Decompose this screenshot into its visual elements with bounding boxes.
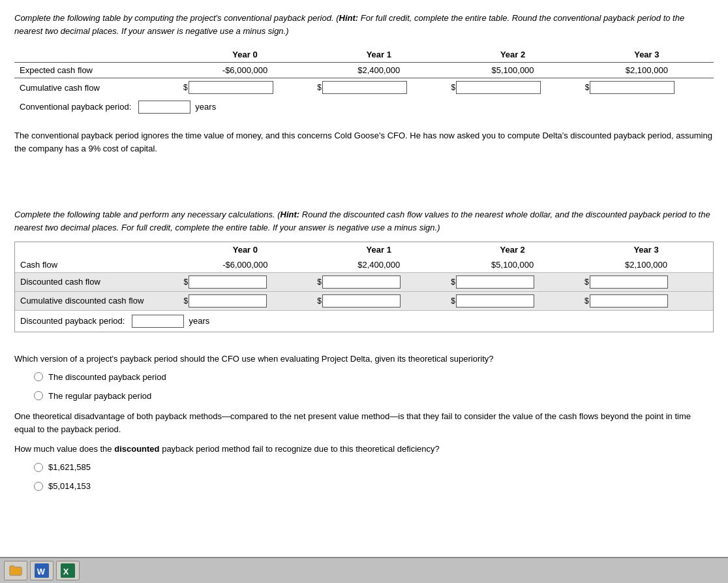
ecf-year2: $5,100,000 bbox=[446, 63, 579, 78]
mid-instruction: The conventional payback period ignores … bbox=[14, 129, 714, 155]
table-row: Discounted payback period: years bbox=[15, 310, 713, 332]
ecf-year3: $2,100,000 bbox=[580, 63, 714, 78]
ccf-input-year0[interactable]: $ bbox=[178, 78, 312, 97]
word-button[interactable]: W bbox=[30, 561, 53, 580]
table1-header-year1: Year 1 bbox=[312, 47, 446, 63]
table-row: Cumulative cash flow $ $ $ $ bbox=[14, 78, 714, 97]
ccf-field-year3[interactable] bbox=[590, 81, 675, 94]
folder-icon bbox=[8, 563, 23, 578]
ccf-field-year0[interactable] bbox=[189, 81, 273, 94]
radio-option-5014153[interactable]: $5,014,153 bbox=[34, 481, 714, 491]
table2-section: Year 0 Year 1 Year 2 Year 3 Cash flow -$… bbox=[14, 242, 714, 332]
dcf-input-year1[interactable]: $ bbox=[312, 272, 446, 291]
cdcf-input-year2[interactable]: $ bbox=[446, 291, 579, 310]
radio-1621585[interactable] bbox=[34, 463, 43, 472]
payback-years-label: years bbox=[195, 102, 216, 112]
cf-year3: $2,100,000 bbox=[579, 257, 713, 273]
cf-year1: $2,400,000 bbox=[312, 257, 446, 273]
table1: Year 0 Year 1 Year 2 Year 3 Expected cas… bbox=[14, 47, 714, 118]
radio-5014153[interactable] bbox=[34, 482, 43, 491]
radio-group-1: The discounted payback period The regula… bbox=[34, 372, 714, 401]
radio-1621585-label: $1,621,585 bbox=[48, 462, 91, 472]
cf-year0: -$6,000,000 bbox=[178, 257, 312, 273]
ccf-input-year2[interactable]: $ bbox=[446, 78, 579, 97]
radio-discounted[interactable] bbox=[34, 372, 43, 381]
radio-regular[interactable] bbox=[34, 391, 43, 400]
mid2-instruction: Complete the following table and perform… bbox=[14, 208, 714, 234]
ecf-year0: -$6,000,000 bbox=[178, 63, 312, 78]
question3-text: How much value does the discounted payba… bbox=[14, 443, 714, 456]
top-instruction: Complete the following table by computin… bbox=[14, 12, 714, 38]
radio-option-1621585[interactable]: $1,621,585 bbox=[34, 462, 714, 472]
radio-regular-label: The regular payback period bbox=[48, 391, 151, 401]
radio-option-discounted[interactable]: The discounted payback period bbox=[34, 372, 714, 382]
cdcf-field-year1[interactable] bbox=[322, 294, 401, 307]
dcf-field-year2[interactable] bbox=[456, 276, 534, 289]
radio-5014153-label: $5,014,153 bbox=[48, 481, 91, 491]
dcf-input-year3[interactable]: $ bbox=[579, 272, 713, 291]
word-icon: W bbox=[35, 563, 49, 578]
dcf-field-year1[interactable] bbox=[322, 276, 401, 289]
cdcf-input-year3[interactable]: $ bbox=[579, 291, 713, 310]
table-row: Conventional payback period: years bbox=[14, 97, 714, 118]
folder-button[interactable] bbox=[4, 561, 27, 580]
expected-cashflow-label: Expected cash flow bbox=[14, 63, 178, 78]
table2: Year 0 Year 1 Year 2 Year 3 Cash flow -$… bbox=[15, 242, 713, 332]
cdcf-input-year0[interactable]: $ bbox=[178, 291, 312, 310]
table1-section: Year 0 Year 1 Year 2 Year 3 Expected cas… bbox=[14, 47, 714, 118]
ccf-input-year1[interactable]: $ bbox=[312, 78, 446, 97]
cumulative-cashflow-label: Cumulative cash flow bbox=[14, 78, 178, 97]
table-row: Cumulative discounted cash flow $ $ $ $ bbox=[15, 291, 713, 310]
table-row: Cash flow -$6,000,000 $2,400,000 $5,100,… bbox=[15, 257, 713, 273]
ecf-year1: $2,400,000 bbox=[312, 63, 446, 78]
radio-option-regular[interactable]: The regular payback period bbox=[34, 391, 714, 401]
radio-group-2: $1,621,585 $5,014,153 bbox=[34, 462, 714, 491]
table1-header-year0: Year 0 bbox=[178, 47, 312, 63]
table2-header-year2: Year 2 bbox=[446, 242, 579, 257]
discounted-cashflow-label: Discounted cash flow bbox=[15, 272, 178, 291]
ccf-input-year3[interactable]: $ bbox=[580, 78, 714, 97]
cdcf-field-year0[interactable] bbox=[189, 294, 267, 307]
question1-text: Which version of a project's payback per… bbox=[14, 353, 714, 366]
cashflow-label: Cash flow bbox=[15, 257, 178, 273]
dcf-input-year0[interactable]: $ bbox=[178, 272, 312, 291]
cdcf-field-year2[interactable] bbox=[456, 294, 534, 307]
radio-discounted-label: The discounted payback period bbox=[48, 372, 166, 382]
table1-header-year2: Year 2 bbox=[446, 47, 579, 63]
question2-text: One theoretical disadvantage of both pay… bbox=[14, 410, 714, 436]
discounted-payback-years-label: years bbox=[189, 316, 210, 326]
excel-button[interactable]: X bbox=[56, 561, 80, 580]
cdcf-field-year3[interactable] bbox=[590, 294, 668, 307]
dcf-field-year3[interactable] bbox=[590, 276, 668, 289]
table-row: Discounted cash flow $ $ $ $ bbox=[15, 272, 713, 291]
cumulative-discounted-cashflow-label: Cumulative discounted cash flow bbox=[15, 291, 178, 310]
cdcf-input-year1[interactable]: $ bbox=[312, 291, 446, 310]
discounted-payback-input[interactable] bbox=[132, 315, 184, 328]
excel-icon: X bbox=[61, 563, 75, 578]
ccf-field-year1[interactable] bbox=[322, 81, 407, 94]
discounted-payback-label: Discounted payback period: bbox=[20, 316, 125, 326]
table-row: Expected cash flow -$6,000,000 $2,400,00… bbox=[14, 63, 714, 78]
conventional-payback-label: Conventional payback period: bbox=[20, 102, 131, 112]
table2-header-year0: Year 0 bbox=[178, 242, 312, 257]
taskbar: W X bbox=[0, 557, 728, 583]
ccf-field-year2[interactable] bbox=[456, 81, 541, 94]
cf-year2: $5,100,000 bbox=[446, 257, 579, 273]
table1-header-year3: Year 3 bbox=[580, 47, 714, 63]
dcf-field-year0[interactable] bbox=[189, 276, 267, 289]
conventional-payback-input[interactable] bbox=[138, 101, 190, 114]
table2-header-year1: Year 1 bbox=[312, 242, 446, 257]
dcf-input-year2[interactable]: $ bbox=[446, 272, 579, 291]
svg-text:W: W bbox=[37, 567, 46, 576]
svg-text:X: X bbox=[63, 567, 69, 576]
table2-header-year3: Year 3 bbox=[579, 242, 713, 257]
